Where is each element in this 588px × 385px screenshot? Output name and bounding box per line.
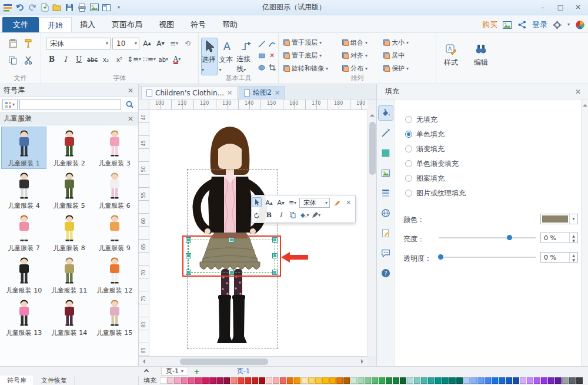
palette-swatch[interactable]: [485, 377, 491, 384]
palette-swatch[interactable]: [195, 377, 202, 384]
arrange-button[interactable]: 分布▾: [342, 62, 381, 75]
palette-swatch[interactable]: [301, 377, 308, 384]
palette-swatch[interactable]: [393, 377, 399, 384]
selection-handle[interactable]: [229, 238, 233, 242]
palette-swatch[interactable]: [548, 377, 554, 384]
spin-down-icon[interactable]: ▼: [570, 238, 577, 243]
palette-swatch[interactable]: [308, 377, 315, 384]
palette-swatch[interactable]: [541, 377, 547, 384]
palette-swatch[interactable]: [477, 377, 484, 384]
file-menu-button[interactable]: 文件: [2, 17, 39, 32]
spin-down-icon[interactable]: ▼: [570, 257, 577, 262]
palette-swatch[interactable]: [350, 377, 357, 384]
undo-icon[interactable]: [15, 2, 25, 13]
vertical-scroll-thumb[interactable]: [369, 122, 376, 175]
ellipse-shape-icon[interactable]: [256, 62, 266, 72]
fill-option[interactable]: 无填充: [405, 114, 437, 125]
scroll-left-icon[interactable]: [141, 359, 145, 364]
palette-swatch[interactable]: [456, 377, 463, 384]
palette-swatch[interactable]: [562, 377, 569, 384]
palette-swatch[interactable]: [245, 377, 251, 384]
library-item[interactable]: 儿童服装 11: [46, 254, 92, 296]
library-item[interactable]: 儿童服装 1: [1, 127, 46, 169]
palette-swatch[interactable]: [216, 377, 223, 384]
crop-icon[interactable]: [267, 62, 277, 72]
align-menu-icon[interactable]: ≡▾: [168, 38, 180, 49]
bold-button[interactable]: B: [46, 54, 58, 65]
palette-swatch[interactable]: [400, 377, 406, 384]
palette-swatch[interactable]: [358, 377, 364, 384]
layers-icon[interactable]: [378, 185, 393, 201]
mini-brush-icon[interactable]: [332, 198, 342, 208]
brightness-spinner[interactable]: 0 % ▲▼: [540, 233, 578, 243]
selection-handle[interactable]: [186, 254, 191, 258]
library-item[interactable]: 儿童服装 12: [92, 254, 137, 296]
menu-tab-4[interactable]: 符号: [182, 17, 214, 32]
fill-option[interactable]: 图案填充: [405, 172, 445, 184]
selection-handle[interactable]: [273, 254, 277, 258]
spin-up-icon[interactable]: ▲: [570, 253, 577, 257]
select-tool-button[interactable]: 选择▾: [201, 38, 218, 75]
tab-symbol-library[interactable]: 符号库: [0, 376, 34, 385]
redo-icon[interactable]: [27, 2, 38, 13]
brightness-slider[interactable]: [439, 233, 536, 243]
palette-swatch[interactable]: [322, 377, 329, 384]
strikethrough-button[interactable]: abc: [86, 54, 98, 65]
slider-handle[interactable]: [507, 235, 512, 240]
font-size-select[interactable]: 10▾: [112, 38, 139, 49]
font-family-select[interactable]: 宋体▾: [46, 38, 111, 49]
selection-handle[interactable]: [186, 238, 191, 242]
fill-option[interactable]: 渐变填充: [405, 143, 445, 155]
palette-swatch[interactable]: [428, 377, 435, 384]
scroll-up-icon[interactable]: [370, 112, 375, 117]
connector-tool-button[interactable]: 连接线▾: [236, 38, 255, 75]
palette-swatch[interactable]: [520, 377, 526, 384]
help-icon[interactable]: ?: [378, 265, 393, 281]
palette-swatch[interactable]: [287, 377, 293, 384]
palette-swatch[interactable]: [174, 377, 181, 384]
library-item[interactable]: 儿童服装 2: [46, 127, 92, 169]
palette-swatch[interactable]: [294, 377, 300, 384]
increase-font-icon[interactable]: A▲: [141, 38, 153, 49]
arrange-button[interactable]: 组合▾: [342, 36, 381, 49]
library-item[interactable]: 儿童服装 3: [92, 127, 137, 169]
palette-swatch[interactable]: [188, 377, 195, 384]
insert-image-icon[interactable]: [378, 165, 393, 181]
palette-swatch[interactable]: [280, 377, 286, 384]
rect-shape-icon[interactable]: [256, 51, 266, 61]
palette-swatch[interactable]: [555, 377, 562, 384]
fill-option[interactable]: 图片或纹理填充: [405, 187, 466, 199]
print-icon[interactable]: [76, 2, 87, 13]
palette-swatch[interactable]: [506, 377, 512, 384]
opacity-spinner[interactable]: 0 % ▲▼: [540, 252, 578, 263]
menu-tab-0[interactable]: 开始: [39, 17, 72, 32]
palette-swatch[interactable]: [386, 377, 392, 384]
palette-swatch[interactable]: [273, 377, 279, 384]
fill-option[interactable]: 单色渐变填充: [405, 158, 459, 170]
panel-scrollbar[interactable]: [581, 99, 588, 366]
spin-up-icon[interactable]: ▲: [570, 233, 577, 238]
library-search-input[interactable]: [19, 99, 121, 110]
cut-icon[interactable]: [21, 54, 35, 66]
palette-swatch[interactable]: [379, 377, 385, 384]
line-shape-icon[interactable]: [256, 39, 266, 49]
palette-swatch[interactable]: [569, 377, 576, 384]
palette-swatch[interactable]: [259, 377, 265, 384]
palette-swatch[interactable]: [343, 377, 350, 384]
arrange-button[interactable]: 保护▾: [383, 62, 420, 75]
selection-handle[interactable]: [186, 270, 191, 274]
library-item[interactable]: 儿童服装 13: [1, 296, 46, 338]
palette-swatch[interactable]: [202, 377, 209, 384]
arrange-button[interactable]: 居中: [383, 49, 420, 62]
mini-fill-bucket-icon[interactable]: ▾: [299, 210, 309, 220]
style-button[interactable]: A 样式: [439, 36, 463, 74]
selection-handle[interactable]: [229, 270, 233, 274]
horizontal-scroll-thumb[interactable]: [180, 359, 268, 365]
mini-select-icon[interactable]: [252, 197, 262, 207]
close-button[interactable]: ✕: [569, 0, 587, 15]
format-painter-icon[interactable]: [21, 38, 35, 49]
library-item[interactable]: 儿童服装 5: [46, 169, 92, 211]
document-tab-active[interactable]: 绘图2 ×: [239, 86, 285, 99]
new-icon[interactable]: [39, 2, 50, 13]
mini-pen-icon[interactable]: ▾: [311, 210, 321, 220]
